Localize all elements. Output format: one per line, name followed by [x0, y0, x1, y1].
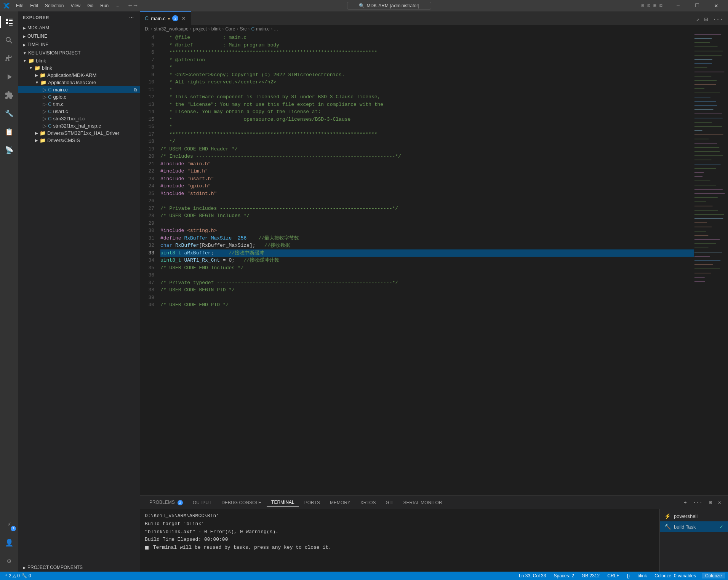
close-button[interactable]: ✕	[707, 0, 725, 11]
panel-right: ⚡ powershell 🔨 build Task ✓	[659, 509, 728, 572]
bc-workspace[interactable]: stm32_worksape	[154, 26, 189, 32]
tab-problems[interactable]: PROBLEMS 2	[145, 498, 187, 507]
tree-gpio-c[interactable]: ▷ C gpio.c	[18, 93, 140, 101]
tree-drivers-cmsis[interactable]: ▶ 📁 Drivers/CMSIS	[18, 137, 140, 144]
bc-src[interactable]: Src	[240, 26, 246, 32]
panel-close-btn[interactable]: ✕	[716, 499, 723, 507]
check-icon: ✓	[719, 524, 723, 530]
activity-scm[interactable]	[0, 50, 18, 68]
tree-drivers-hal[interactable]: ▶ 📁 Drivers/STM32F1xx_HAL_Driver	[18, 129, 140, 137]
panel-right-build-task[interactable]: 🔨 build Task ✓	[660, 521, 728, 532]
tab-memory[interactable]: MEMORY	[325, 499, 355, 507]
tree-app-user-core[interactable]: ▼ 📁 Application/User/Core	[18, 79, 140, 86]
layout-btn-1[interactable]: ⊟	[641, 2, 645, 10]
layout-btn-4[interactable]: ⊠	[659, 2, 663, 10]
bc-core[interactable]: Core	[225, 26, 235, 32]
activity-search[interactable]	[0, 31, 18, 50]
menu-go[interactable]: Go	[84, 2, 96, 9]
tab-git[interactable]: GIT	[381, 499, 398, 507]
activity-explorer[interactable]	[0, 13, 18, 31]
terminal-line-3: "blink\blink.axf" - 0 Error(s), 0 Warnin…	[145, 528, 655, 536]
activity-extensions[interactable]	[0, 86, 18, 104]
bc-filename[interactable]: main.c	[256, 26, 269, 32]
tab-serial-monitor[interactable]: SERIAL MONITOR	[399, 499, 447, 507]
section-timeline[interactable]: ▶ TIMELINE	[18, 40, 140, 49]
status-colorize[interactable]: Colorize	[702, 573, 725, 578]
status-colorize-vars[interactable]: Colorize: 0 variables	[653, 573, 698, 578]
status-lang[interactable]: {}	[626, 573, 632, 578]
bc-ellipsis[interactable]: ...	[274, 26, 278, 32]
title-bar: File Edit Selection View Go Run ... ← → …	[0, 0, 728, 11]
menu-edit[interactable]: Edit	[27, 2, 41, 9]
add-terminal-btn[interactable]: +	[682, 499, 689, 507]
status-colorize-vars-text: Colorize: 0 variables	[654, 573, 696, 578]
tab-debug-console[interactable]: DEBUG CONSOLE	[217, 499, 266, 507]
layout-btn-3[interactable]: ⊞	[653, 2, 657, 10]
activity-run[interactable]	[0, 68, 18, 86]
bc-d[interactable]: D:	[145, 26, 149, 32]
tree-main-c[interactable]: ▷ C main.c ⧉	[18, 86, 140, 93]
status-target[interactable]: blink	[636, 573, 649, 578]
status-eol[interactable]: CRLF	[606, 573, 621, 578]
tab-close-button[interactable]: ✕	[181, 15, 187, 21]
activity-keil[interactable]: 🔧	[0, 104, 18, 123]
tree-blink-child[interactable]: ▼ 📁 blink	[18, 64, 140, 72]
sidebar-more-btn[interactable]: ···	[128, 14, 136, 21]
copy-icon[interactable]: ⧉	[134, 87, 137, 93]
tab-output[interactable]: OUTPUT	[188, 499, 216, 507]
bc-project[interactable]: project	[193, 26, 207, 32]
menu-view[interactable]: View	[67, 2, 83, 9]
maximize-button[interactable]: □	[688, 0, 706, 11]
back-button[interactable]: ←	[128, 2, 132, 9]
tree-stm32-it[interactable]: ▷ C stm32f1xx_it.c	[18, 115, 140, 122]
tree-usart-c[interactable]: ▷ C usart.c	[18, 108, 140, 115]
tree-app-mdk[interactable]: ▶ 📁 Application/MDK-ARM	[18, 72, 140, 79]
status-position[interactable]: Ln 33, Col 33	[517, 573, 547, 578]
panel-layout-btn[interactable]: ⊟	[706, 499, 714, 507]
status-wrench-icon: 🔧	[21, 573, 27, 578]
section-outline[interactable]: ▶ OUTLINE	[18, 32, 140, 40]
activity-settings[interactable]: ⚙	[0, 552, 18, 570]
menu-more[interactable]: ...	[112, 2, 122, 9]
menu-selection[interactable]: Selection	[42, 2, 67, 9]
code-content[interactable]: * @file : main.c * @brief : Main program…	[157, 33, 694, 495]
status-encoding[interactable]: GB 2312	[580, 573, 601, 578]
menu-file[interactable]: File	[13, 2, 26, 9]
section-project-components[interactable]: ▶ PROJECT COMPONENTS	[18, 563, 140, 572]
minimize-button[interactable]: −	[669, 0, 687, 11]
open-editors-btn[interactable]: ↗	[694, 14, 701, 25]
tab-xrtos[interactable]: XRTOS	[356, 499, 381, 507]
bc-blink[interactable]: blink	[211, 26, 221, 32]
tree-stm32-hal[interactable]: ▷ C stm32f1xx_hal_msp.c	[18, 122, 140, 129]
tree-tim-c[interactable]: ▷ C tim.c	[18, 101, 140, 108]
terminal-area[interactable]: D:\Keil_v5\ARM\ARMCC\Bin' Build target '…	[140, 509, 659, 572]
section-mdk-arm[interactable]: ▶ MDK-ARM	[18, 24, 140, 32]
activity-remote[interactable]: ⚡ 1	[0, 515, 18, 534]
layout-btn-2[interactable]: ⊡	[647, 2, 651, 10]
tree-blink-root[interactable]: ▼ 📁 blink	[18, 57, 140, 64]
status-left: ⑂ 2 △ 0 🔧 0	[3, 573, 33, 578]
section-keil-project[interactable]: ▼ KEIL UVISION PROJECT	[18, 49, 140, 57]
more-terminal-btn[interactable]: ···	[691, 499, 705, 507]
bc-file-icon: C	[251, 26, 254, 32]
folder-icon-blink2: 📁	[34, 65, 40, 71]
tree-item-label: blink	[42, 65, 52, 71]
more-actions-btn[interactable]: ···	[711, 14, 725, 24]
status-git[interactable]: ⑂ 2 △ 0 🔧 0	[3, 573, 33, 578]
activity-accounts[interactable]: 👤	[0, 534, 18, 552]
activity-serial[interactable]: 📡	[0, 141, 18, 159]
menu-run[interactable]: Run	[97, 2, 112, 9]
bc-sep-6: ›	[248, 26, 250, 32]
panel-right-powershell[interactable]: ⚡ powershell	[660, 511, 728, 521]
split-editor-btn[interactable]: ⊟	[703, 14, 710, 25]
tab-ports[interactable]: PORTS	[300, 499, 325, 507]
tab-terminal[interactable]: TERMINAL	[267, 498, 299, 507]
tab-main-c[interactable]: C main.c ● 2 ✕	[140, 11, 191, 25]
activity-tasks[interactable]: 📋	[0, 123, 18, 141]
ln-13: 13	[140, 101, 154, 109]
bc-sep-1: ›	[151, 26, 152, 32]
file-icon-tim: ▷	[43, 101, 46, 107]
status-spaces[interactable]: Spaces: 2	[552, 573, 575, 578]
forward-button[interactable]: →	[134, 2, 138, 9]
code-line-25: #include "stdint.h"	[160, 190, 694, 198]
